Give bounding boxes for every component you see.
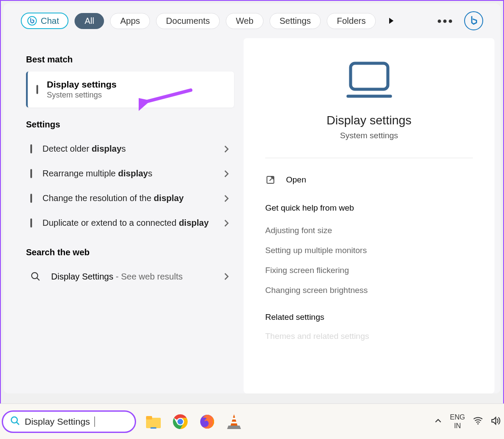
taskbar-file-explorer-icon[interactable] <box>144 412 163 431</box>
bing-badge-icon[interactable] <box>464 11 483 30</box>
language-indicator[interactable]: ENG IN <box>450 413 465 429</box>
svg-point-7 <box>11 417 17 423</box>
help-link[interactable]: Changing screen brightness <box>265 280 473 300</box>
search-text: Display Settings <box>25 416 90 427</box>
taskbar: Display Settings ENG IN <box>0 403 504 439</box>
related-link[interactable]: Themes and related settings <box>265 326 473 346</box>
start-search-panel: Chat All Apps Documents Web Settings Fol… <box>3 3 501 393</box>
taskbar-search-box[interactable]: Display Settings <box>2 410 136 433</box>
filter-bar: Chat All Apps Documents Web Settings Fol… <box>3 3 501 38</box>
open-external-icon <box>265 175 276 185</box>
divider <box>265 158 473 158</box>
settings-item-label: Detect older displays <box>42 143 213 155</box>
chevron-right-icon <box>224 169 230 178</box>
settings-item-duplicate-extend[interactable]: Duplicate or extend to a connected displ… <box>26 211 234 235</box>
lang-line2: IN <box>450 422 465 430</box>
chevron-right-icon <box>224 145 230 153</box>
filter-web[interactable]: Web <box>226 13 263 29</box>
wifi-icon[interactable] <box>473 416 483 427</box>
display-icon <box>30 170 32 178</box>
svg-point-18 <box>478 423 479 424</box>
search-icon <box>10 416 20 428</box>
filter-documents[interactable]: Documents <box>156 13 220 29</box>
display-hero-icon <box>345 60 393 101</box>
web-result-item[interactable]: Display Settings - See web results <box>26 264 234 289</box>
text-cursor <box>94 416 95 427</box>
taskbar-firefox-icon[interactable] <box>198 412 217 431</box>
system-tray: ENG IN <box>434 413 501 429</box>
svg-rect-3 <box>351 63 388 89</box>
display-icon <box>30 195 32 202</box>
settings-item-detect-displays[interactable]: Detect older displays <box>26 137 234 161</box>
display-icon <box>30 145 32 153</box>
taskbar-vlc-icon[interactable] <box>224 412 244 431</box>
svg-line-8 <box>16 422 19 425</box>
display-icon <box>36 86 38 94</box>
help-link[interactable]: Fixing screen flickering <box>265 260 473 280</box>
help-link[interactable]: Setting up multiple monitors <box>265 241 473 260</box>
preview-pane: Display settings System settings Open Ge… <box>244 38 494 393</box>
svg-point-1 <box>32 273 38 279</box>
filter-settings[interactable]: Settings <box>270 13 321 29</box>
preview-subtitle: System settings <box>265 131 473 140</box>
filter-all[interactable]: All <box>75 13 104 29</box>
svg-point-14 <box>178 419 183 424</box>
help-header: Get quick help from web <box>265 203 473 213</box>
tray-overflow-icon[interactable] <box>434 417 442 426</box>
settings-item-change-resolution[interactable]: Change the resolution of the display <box>26 186 234 211</box>
best-match-title: Display settings <box>47 79 117 90</box>
taskbar-chrome-icon[interactable] <box>171 412 190 431</box>
svg-rect-17 <box>231 422 237 423</box>
help-link[interactable]: Adjusting font size <box>265 221 473 241</box>
chat-filter-pill[interactable]: Chat <box>21 13 68 29</box>
search-icon <box>30 271 41 282</box>
settings-item-label: Change the resolution of the display <box>42 192 213 205</box>
settings-item-label: Duplicate or extend to a connected displ… <box>42 217 213 229</box>
chevron-right-icon <box>224 219 230 228</box>
bing-chat-icon <box>27 16 37 26</box>
settings-item-label: Rearrange multiple displays <box>42 167 213 180</box>
chevron-right-icon <box>224 194 230 203</box>
svg-point-0 <box>28 16 36 25</box>
related-header: Related settings <box>265 312 473 322</box>
best-match-subtitle: System settings <box>47 91 117 100</box>
best-match-header: Best match <box>26 55 234 65</box>
more-filters-arrow-icon[interactable] <box>386 16 397 26</box>
filter-folders[interactable]: Folders <box>327 13 376 29</box>
web-item-label: Display Settings - See web results <box>51 270 213 283</box>
more-menu-icon[interactable]: ●●● <box>432 16 458 26</box>
best-match-result[interactable]: Display settings System settings <box>26 72 234 107</box>
results-column: Best match Display settings System setti… <box>10 38 239 393</box>
settings-header: Settings <box>26 120 234 130</box>
lang-line1: ENG <box>450 413 465 421</box>
chevron-right-icon <box>224 272 230 281</box>
svg-rect-11 <box>150 427 156 429</box>
preview-title: Display settings <box>265 114 473 127</box>
search-web-header: Search the web <box>26 247 234 257</box>
settings-item-rearrange-displays[interactable]: Rearrange multiple displays <box>26 161 234 186</box>
open-action[interactable]: Open <box>265 171 473 189</box>
svg-line-2 <box>37 278 39 280</box>
open-label: Open <box>286 175 306 185</box>
svg-rect-16 <box>232 418 236 419</box>
chat-label: Chat <box>41 16 59 26</box>
filter-apps[interactable]: Apps <box>110 13 150 29</box>
svg-rect-10 <box>146 416 152 419</box>
display-icon <box>30 219 32 227</box>
volume-icon[interactable] <box>491 416 501 427</box>
